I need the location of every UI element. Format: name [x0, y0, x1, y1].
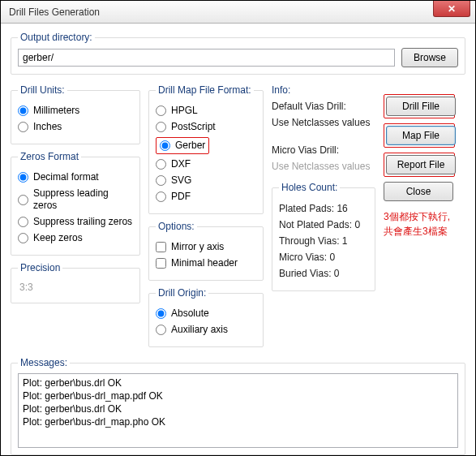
- radio-keep-zeros[interactable]: Keep zeros: [18, 232, 133, 244]
- check-minimal-header[interactable]: Minimal header: [156, 257, 256, 269]
- options-group: Options: Mirror y axis Minimal header: [148, 221, 264, 281]
- window-title: Drill Files Generation: [9, 6, 100, 18]
- report-file-highlight: Report File: [384, 153, 455, 177]
- info-legend: Info:: [272, 84, 375, 96]
- holes-count-legend: Holes Count:: [279, 182, 340, 193]
- micro-vias-label: Micro Vias Drill:: [272, 144, 375, 156]
- radio-decimal-format[interactable]: Decimal format: [18, 171, 133, 183]
- radio-suppress-leading[interactable]: Suppress leading zeros: [18, 187, 133, 212]
- radio-postscript[interactable]: PostScript: [156, 121, 256, 133]
- not-plated-pads: Not Plated Pads: 0: [279, 219, 368, 230]
- output-directory-input[interactable]: [18, 49, 395, 67]
- drill-units-group: Drill Units: Millimeters Inches: [11, 84, 140, 144]
- message-line: Plot: gerber\bus-drl_map.pho OK: [23, 415, 453, 428]
- gerber-highlight-box: Gerber: [156, 137, 209, 154]
- precision-legend: Precision: [18, 262, 62, 273]
- drill-origin-legend: Drill Origin:: [156, 287, 208, 299]
- window-close-button[interactable]: ✕: [433, 1, 470, 17]
- radio-pdf[interactable]: PDF: [156, 191, 256, 203]
- radio-svg[interactable]: SVG: [156, 174, 256, 187]
- micro-vias: Micro Vias: 0: [279, 252, 368, 263]
- messages-box[interactable]: Plot: gerber\bus.drl OK Plot: gerber\bus…: [18, 373, 458, 448]
- annotation-text: 3個都按下執行, 共會產生3檔案: [384, 209, 455, 239]
- holes-count-group: Holes Count: Plated Pads: 16 Not Plated …: [272, 182, 375, 291]
- annotation-line1: 3個都按下執行,: [384, 209, 455, 224]
- message-line: Plot: gerber\bus-drl_map.pdf OK: [23, 389, 453, 402]
- options-legend: Options:: [156, 221, 197, 232]
- zeros-format-group: Zeros Format Decimal format Suppress lea…: [11, 151, 140, 256]
- precision-value: 3:3: [18, 278, 133, 296]
- radio-gerber[interactable]: Gerber: [160, 140, 205, 152]
- map-file-button[interactable]: Map File: [386, 126, 456, 145]
- browse-button[interactable]: Browse: [401, 48, 458, 67]
- radio-hpgl[interactable]: HPGL: [156, 105, 256, 117]
- message-line: Plot: gerber\bus.drl OK: [23, 376, 453, 389]
- output-directory-legend: Output directory:: [18, 32, 95, 43]
- radio-millimeters[interactable]: Millimeters: [18, 105, 133, 117]
- radio-inches[interactable]: Inches: [18, 121, 133, 133]
- check-mirror-y[interactable]: Mirror y axis: [156, 241, 256, 253]
- plated-pads: Plated Pads: 16: [279, 203, 368, 214]
- report-file-button[interactable]: Report File: [386, 155, 456, 174]
- drill-units-legend: Drill Units:: [18, 84, 67, 96]
- drill-origin-group: Drill Origin: Absolute Auxiliary axis: [148, 287, 264, 347]
- drill-map-format-group: Drill Map File Format: HPGL PostScript G…: [148, 84, 264, 214]
- dialog-content: Output directory: Browse Drill Units: Mi…: [1, 24, 475, 456]
- use-netclasses-1: Use Netclasses values: [272, 117, 375, 128]
- title-bar: Drill Files Generation ✕: [1, 1, 475, 24]
- message-line: Plot: gerber\bus.drl OK: [23, 402, 453, 415]
- through-vias: Through Vias: 1: [279, 235, 368, 247]
- drill-map-format-legend: Drill Map File Format:: [156, 84, 254, 96]
- use-netclasses-2: Use Netclasses values: [272, 161, 375, 172]
- messages-group: Messages: Plot: gerber\bus.drl OK Plot: …: [11, 357, 465, 455]
- precision-group: Precision 3:3: [11, 262, 140, 303]
- radio-auxiliary-axis[interactable]: Auxiliary axis: [156, 324, 256, 336]
- close-icon: ✕: [448, 3, 456, 15]
- radio-absolute[interactable]: Absolute: [156, 308, 256, 320]
- buried-vias: Buried Vias: 0: [279, 268, 368, 279]
- map-file-highlight: Map File: [384, 123, 455, 148]
- close-button[interactable]: Close: [384, 182, 453, 201]
- radio-dxf[interactable]: DXF: [156, 158, 256, 170]
- default-vias-label: Default Vias Drill:: [272, 101, 375, 112]
- zeros-format-legend: Zeros Format: [18, 151, 81, 162]
- annotation-line2: 共會產生3檔案: [384, 224, 455, 239]
- messages-legend: Messages:: [18, 357, 70, 368]
- drill-file-highlight: Drill Fille: [384, 94, 455, 118]
- output-directory-group: Output directory: Browse: [11, 32, 465, 75]
- drill-file-button[interactable]: Drill Fille: [386, 97, 456, 116]
- radio-suppress-trailing[interactable]: Suppress trailing zeros: [18, 216, 133, 228]
